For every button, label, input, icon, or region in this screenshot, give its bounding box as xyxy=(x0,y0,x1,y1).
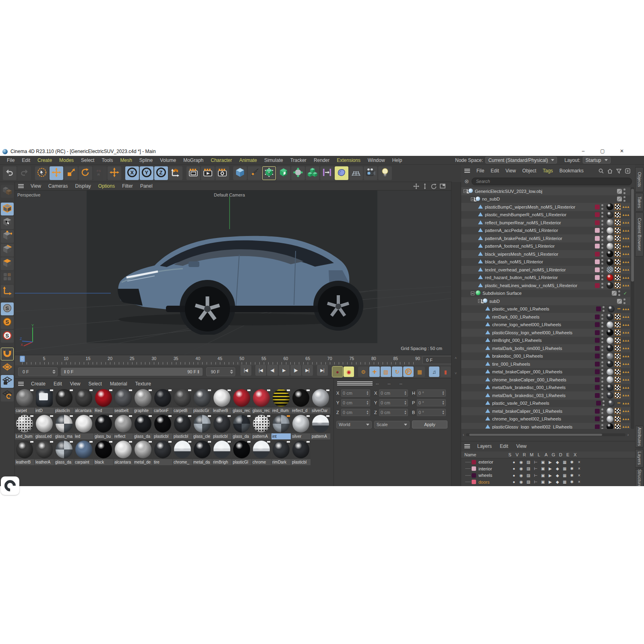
tree-row[interactable]: chrome_logo_wheel002_LRwheels▲▲▲ xyxy=(461,415,630,423)
tweak-mode-button[interactable] xyxy=(1,271,14,284)
layer-flag-r[interactable]: ▨ xyxy=(525,480,532,484)
hamburger-icon[interactable] xyxy=(18,184,24,188)
render-settings-button[interactable] xyxy=(215,166,229,180)
texture-tag-icon[interactable] xyxy=(615,251,621,257)
subdivision-surface-button[interactable] xyxy=(262,166,276,180)
tree-row[interactable]: GenericElectricSUV_2023_low.obj xyxy=(461,187,630,195)
layer-color-chip[interactable] xyxy=(595,409,600,414)
visibility-dots-icon[interactable] xyxy=(623,196,625,202)
tree-row[interactable]: reflect_bumperRear_noMS_LRexterior▲▲▲ xyxy=(461,219,630,227)
material-tile-led[interactable]: led xyxy=(74,414,93,439)
current-frame-spinner[interactable]: 0 F xyxy=(18,367,58,376)
texture-tag-icon[interactable] xyxy=(615,275,621,281)
material-tile-plasticbl[interactable]: plasticbl xyxy=(212,414,232,439)
visibility-dots-icon[interactable] xyxy=(623,298,625,304)
layer-color-chip[interactable] xyxy=(595,385,600,390)
tree-row[interactable]: no_subD xyxy=(461,195,630,203)
layer-flag-v[interactable]: ◉ xyxy=(518,466,525,471)
coord-field-Z[interactable]: 0 cm▲▼ xyxy=(341,409,370,416)
layer-flag-s[interactable]: ● xyxy=(510,480,518,484)
texture-tag-icon[interactable] xyxy=(615,243,621,249)
layer-flag-x[interactable]: × xyxy=(576,480,583,484)
menu-select[interactable]: Select xyxy=(77,157,98,163)
layer-color-chip[interactable] xyxy=(472,480,476,484)
sound-button[interactable]: ♫ xyxy=(429,367,439,377)
play-button[interactable]: ▶ xyxy=(279,365,290,376)
viewport-menu-options[interactable]: Options xyxy=(95,183,118,189)
texture-tag-icon[interactable] xyxy=(615,235,621,241)
key-scale-button[interactable]: ▧ xyxy=(381,367,391,377)
material-tile-alcantara[interactable]: alcantara xyxy=(74,389,93,414)
object-menu-view[interactable]: View xyxy=(502,168,519,174)
texture-tag-icon[interactable] xyxy=(615,345,621,351)
tree-row[interactable]: black_wipersMesh_noMS_LRexterior▲▲▲ xyxy=(461,250,630,258)
material-tag-icon[interactable] xyxy=(607,353,613,360)
search-input[interactable]: Search xyxy=(472,178,632,185)
layer-color-chip[interactable] xyxy=(617,299,622,304)
menu-create[interactable]: Create xyxy=(34,157,56,163)
side-tab-structure[interactable]: Structure xyxy=(635,469,644,486)
texture-tag-icon[interactable] xyxy=(615,408,621,414)
filter-icon[interactable] xyxy=(614,167,623,174)
material-tile-glass_da[interactable]: glass_da xyxy=(133,414,153,439)
end-frame-spinner[interactable]: 90 F xyxy=(206,367,235,376)
hamburger-icon[interactable] xyxy=(464,444,470,448)
material-tile-carbonF[interactable]: carbonF xyxy=(153,389,172,414)
side-tab-content-browser[interactable]: Content Browser xyxy=(635,212,644,257)
redo-button[interactable] xyxy=(17,166,31,180)
material-tag-icon[interactable] xyxy=(607,369,613,375)
layer-flag-g[interactable]: ◆ xyxy=(554,466,561,471)
goto-previous-key-button[interactable]: |◀ xyxy=(255,365,266,376)
phong-tag-icon[interactable]: ▲▲▲ xyxy=(622,275,628,280)
material-tile-chrome[interactable]: chrome xyxy=(252,440,271,465)
layer-flag-g[interactable]: ◆ xyxy=(554,460,561,464)
material-menu-material[interactable]: Material xyxy=(106,381,131,387)
phong-tag-icon[interactable]: ▲▲▲ xyxy=(622,338,628,343)
menu-mesh[interactable]: Mesh xyxy=(116,157,135,163)
viewport-filter-button[interactable]: S xyxy=(1,302,14,315)
texture-tag-icon[interactable] xyxy=(615,329,621,335)
material-tile-glass_da[interactable]: glass_da xyxy=(232,414,251,439)
menu-help[interactable]: Help xyxy=(389,157,406,163)
deformers-button[interactable] xyxy=(291,166,305,180)
layer-color-chip[interactable] xyxy=(612,291,617,296)
material-tag-icon[interactable] xyxy=(607,423,613,429)
visibility-dots-icon[interactable] xyxy=(601,322,603,327)
menu-extensions[interactable]: Extensions xyxy=(333,157,364,163)
viewport-menu-view[interactable]: View xyxy=(27,183,45,189)
light-button[interactable] xyxy=(378,166,392,180)
material-tile-rimBrigh[interactable]: rimBrigh xyxy=(212,440,232,465)
layer-flag-l[interactable]: ▣ xyxy=(539,460,547,464)
workplane-button[interactable] xyxy=(1,361,14,374)
layer-row-exterior[interactable]: exterior●◉▨⊢▣▶◆▦✱× xyxy=(461,459,635,466)
material-tile-glass_da[interactable]: glass_da xyxy=(54,440,74,465)
tree-row[interactable]: plasticGlossy_logo_wheel002_LRwheels▲▲▲ xyxy=(461,423,630,429)
material-tag-icon[interactable] xyxy=(607,203,613,210)
layer-flag-s[interactable]: ● xyxy=(510,473,518,478)
render-view-button[interactable] xyxy=(186,166,200,180)
texture-tag-icon[interactable] xyxy=(615,377,621,383)
visibility-dots-icon[interactable] xyxy=(601,408,603,414)
layer-flag-e[interactable]: ✱ xyxy=(568,460,576,464)
goto-next-key-button[interactable]: ▶| xyxy=(302,365,313,376)
coord-field-Z[interactable]: 0 cm▲▼ xyxy=(379,409,408,416)
layer-color-chip[interactable] xyxy=(595,228,600,233)
layer-flag-e[interactable]: ✱ xyxy=(568,473,576,478)
texture-tag-icon[interactable] xyxy=(615,314,621,320)
phong-tag-icon[interactable]: ▲▲▲ xyxy=(622,393,628,398)
move-button[interactable] xyxy=(50,166,63,180)
texture-tag-icon[interactable] xyxy=(615,204,621,210)
phong-tag-icon[interactable]: ▲▲▲ xyxy=(622,236,628,241)
viewport-menu-cameras[interactable]: Cameras xyxy=(45,183,72,189)
visibility-dots-icon[interactable] xyxy=(601,204,603,210)
coordinate-system-button[interactable] xyxy=(169,166,182,180)
material-tile-silver[interactable]: silver xyxy=(291,414,311,439)
layer-color-chip[interactable] xyxy=(595,267,600,272)
material-tile-alcantara[interactable]: alcantara xyxy=(114,440,133,465)
visibility-dots-icon[interactable] xyxy=(601,251,603,257)
tree-row[interactable]: plasticBumpC_wipersMesh_noMS_LRexterior▲… xyxy=(461,203,630,211)
layer-color-chip[interactable] xyxy=(596,401,601,406)
material-tag-icon[interactable] xyxy=(607,235,613,242)
enabled-check-icon[interactable]: ✓ xyxy=(623,291,627,296)
layer-flag-r[interactable]: ▨ xyxy=(525,460,532,464)
